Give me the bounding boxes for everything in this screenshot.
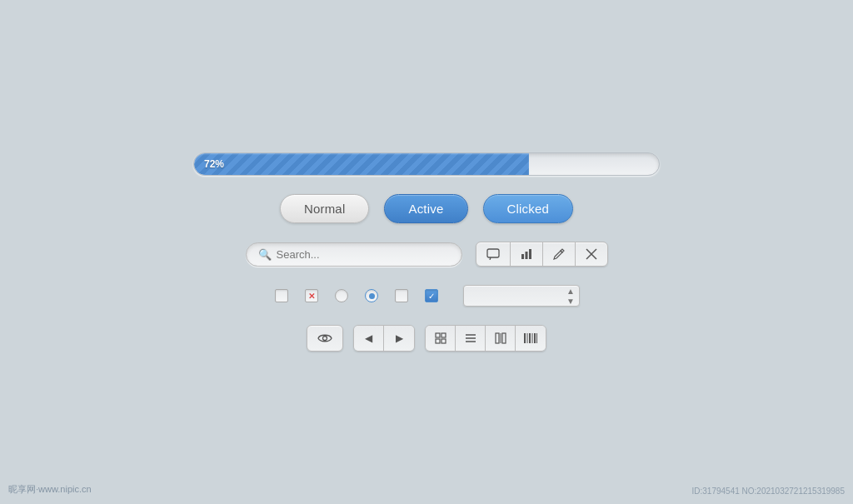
controls-row: ✕ ✓ Option 1 Option 2 Option 3 ▲	[193, 285, 660, 307]
dropdown-select[interactable]: Option 1 Option 2 Option 3	[463, 285, 580, 307]
radio-dot	[369, 293, 375, 299]
icon-toolbar	[476, 242, 608, 267]
radio-empty[interactable]	[333, 287, 350, 304]
svg-rect-2	[525, 252, 527, 259]
svg-rect-21	[534, 333, 536, 343]
svg-point-6	[323, 337, 327, 341]
svg-rect-19	[529, 333, 531, 343]
search-bar: 🔍	[246, 242, 462, 267]
svg-rect-18	[527, 333, 528, 343]
active-button[interactable]: Active	[384, 194, 467, 223]
progress-bar-fill: 72%	[194, 153, 529, 175]
svg-rect-14	[496, 333, 499, 343]
search-input[interactable]	[277, 248, 450, 261]
svg-rect-8	[441, 333, 446, 337]
checkbox-empty2[interactable]	[393, 287, 410, 304]
svg-rect-15	[500, 333, 501, 343]
svg-rect-1	[521, 254, 524, 259]
search-icon-row: 🔍	[193, 242, 660, 267]
columns-view-button[interactable]	[486, 326, 516, 351]
svg-rect-10	[441, 339, 446, 343]
dropdown-wrapper: Option 1 Option 2 Option 3 ▲ ▼	[463, 285, 580, 307]
radio-filled[interactable]	[363, 287, 380, 304]
next-button[interactable]: ▶	[384, 326, 414, 351]
watermark-left: 昵享网·www.nipic.cn	[8, 483, 92, 496]
svg-rect-22	[536, 333, 537, 343]
buttons-row: Normal Active Clicked	[280, 194, 573, 223]
grid-view-button[interactable]	[426, 326, 456, 351]
prev-button[interactable]: ◀	[354, 326, 384, 351]
bar-chart-icon-button[interactable]	[511, 242, 543, 266]
nav-group: ◀ ▶	[353, 325, 415, 352]
svg-rect-0	[487, 249, 499, 257]
checkbox-empty[interactable]	[273, 287, 290, 304]
eye-button[interactable]	[307, 325, 343, 352]
watermark-right: ID:31794541 NO:2021032721215319985	[692, 487, 846, 496]
svg-rect-17	[524, 333, 526, 343]
svg-rect-16	[502, 333, 506, 343]
checkbox-checked[interactable]: ✓	[423, 287, 440, 304]
bottom-toolbar-row: ◀ ▶	[307, 325, 546, 352]
checkbox-x[interactable]: ✕	[303, 287, 320, 304]
svg-rect-9	[436, 339, 440, 343]
normal-button[interactable]: Normal	[280, 194, 370, 223]
list-view-button[interactable]	[456, 326, 486, 351]
svg-rect-20	[532, 333, 533, 343]
search-icon: 🔍	[258, 248, 272, 261]
edit-icon-button[interactable]	[543, 242, 576, 266]
svg-rect-7	[436, 333, 440, 337]
progress-bar-wrapper: 72%	[193, 152, 660, 176]
svg-rect-3	[529, 249, 531, 259]
chat-icon-button[interactable]	[476, 242, 511, 266]
progress-label: 72%	[204, 158, 224, 170]
barcode-view-button[interactable]	[516, 326, 546, 351]
ui-container: 72% Normal Active Clicked 🔍	[193, 152, 660, 352]
clicked-button[interactable]: Clicked	[483, 194, 574, 223]
tools-icon-button[interactable]	[576, 242, 607, 266]
view-group	[425, 325, 546, 352]
